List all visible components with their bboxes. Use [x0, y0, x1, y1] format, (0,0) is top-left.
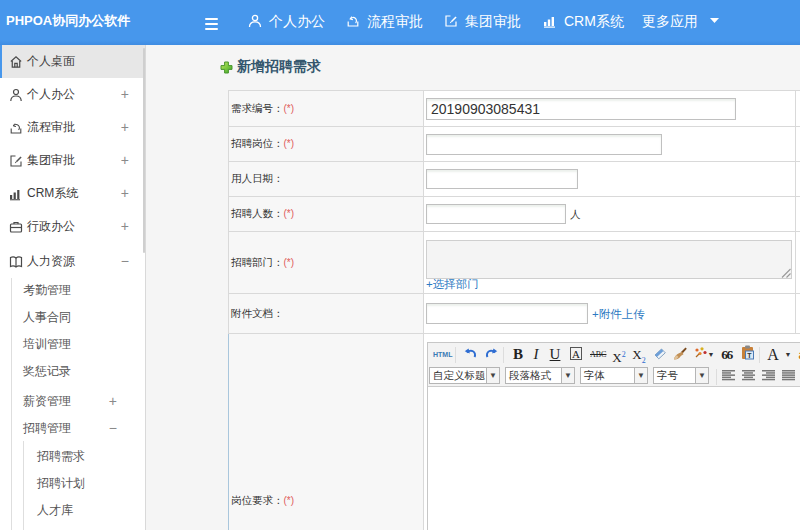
- svg-text:T: T: [747, 352, 752, 359]
